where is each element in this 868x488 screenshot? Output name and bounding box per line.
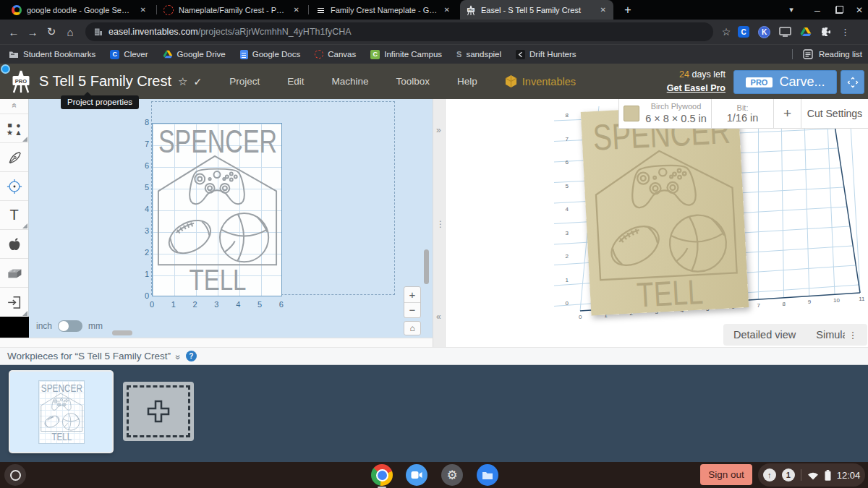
- import-tool[interactable]: [0, 288, 28, 317]
- expand-right-icon[interactable]: »: [436, 125, 441, 135]
- battery-icon: [825, 470, 831, 481]
- reading-list-button[interactable]: Reading list: [819, 50, 862, 59]
- unit-toggle[interactable]: [58, 320, 82, 332]
- workpiece-thumbnail-selected[interactable]: [10, 372, 112, 452]
- trial-status: 24 days left Get Easel Pro: [667, 64, 726, 99]
- bit-section[interactable]: Bit: 1/16 in: [712, 99, 774, 128]
- video-camera-icon: [411, 471, 422, 479]
- bookmark-clever[interactable]: C Clever: [110, 50, 148, 59]
- zoom-in-button[interactable]: +: [404, 287, 420, 303]
- material-section[interactable]: Birch Plywood6 × 8 × 0.5 in: [619, 99, 712, 128]
- shapes-tool[interactable]: ■●★▲: [0, 114, 28, 143]
- add-workpiece-button[interactable]: [123, 382, 194, 441]
- close-window-button[interactable]: ✕: [851, 0, 868, 20]
- new-tab-button[interactable]: +: [619, 1, 637, 19]
- bookmark-infinite-campus[interactable]: C Infinite Campus: [370, 50, 442, 59]
- google-drive-icon[interactable]: [800, 27, 812, 37]
- settings-app-icon[interactable]: ⚙: [441, 464, 463, 486]
- files-app-icon[interactable]: [477, 464, 498, 486]
- help-icon[interactable]: ?: [186, 351, 197, 361]
- preview-x-tick: 11: [859, 296, 864, 302]
- get-easel-pro-link[interactable]: Get Easel Pro: [667, 82, 726, 95]
- bookmark-drift-hunters[interactable]: Drift Hunters: [516, 50, 576, 59]
- forward-button[interactable]: →: [23, 26, 42, 38]
- tab-google-doodle[interactable]: google doodle - Google Search ✕: [6, 0, 153, 20]
- origin-tool[interactable]: [0, 172, 28, 201]
- zoom-home-button[interactable]: ⌂: [404, 321, 421, 335]
- launcher-button[interactable]: [4, 464, 26, 486]
- favorite-star-icon[interactable]: ☆: [178, 75, 187, 88]
- workpieces-area: [0, 365, 868, 462]
- add-bit-button[interactable]: +: [774, 99, 801, 128]
- design-canvas[interactable]: Project properties 876543210 0123456 + −…: [29, 99, 433, 338]
- bookmark-google-drive[interactable]: Google Drive: [163, 50, 226, 59]
- tab-search-chevron-icon[interactable]: ▾: [783, 0, 800, 20]
- kami-extension-icon[interactable]: K: [758, 26, 770, 38]
- collapse-toolbar-button[interactable]: »: [0, 99, 28, 114]
- mm-label: mm: [88, 321, 103, 331]
- canvas-vertical-scrollbar[interactable]: [424, 249, 429, 284]
- bookmark-star-icon[interactable]: ☆: [718, 26, 735, 38]
- sign-out-button[interactable]: Sign out: [700, 464, 752, 485]
- tab-close-icon[interactable]: ✕: [139, 6, 148, 14]
- project-title[interactable]: S Tell 5 Family Crest: [39, 73, 171, 90]
- tab-nameplate-project[interactable]: Nameplate/Family Crest - Proje ✕: [158, 0, 307, 20]
- extensions-puzzle-icon[interactable]: [820, 26, 832, 38]
- menu-machine[interactable]: Machine: [332, 76, 369, 87]
- zoom-out-button[interactable]: −: [404, 303, 420, 318]
- preview-y-tick: 8: [558, 112, 569, 119]
- apple-icon: [7, 236, 22, 252]
- tab-easel-active[interactable]: Easel - S Tell 5 Family Crest ✕: [460, 0, 613, 20]
- sandspiel-icon: S: [456, 50, 461, 59]
- menu-edit[interactable]: Edit: [287, 76, 304, 87]
- jog-machine-button[interactable]: [841, 70, 864, 94]
- material-blocks-tool[interactable]: [0, 259, 28, 288]
- tab-title: Nameplate/Family Crest - Proje: [179, 6, 287, 14]
- detailed-view-button[interactable]: Detailed view: [723, 329, 806, 341]
- crest-design[interactable]: [153, 124, 281, 296]
- text-tool[interactable]: T: [0, 201, 28, 230]
- inventables-brand[interactable]: Inventables: [505, 74, 576, 88]
- bookmark-sandspiel[interactable]: S sandspiel: [456, 50, 501, 59]
- cast-screen-icon[interactable]: [779, 27, 791, 37]
- preview-menu-button[interactable]: ⋮: [845, 325, 861, 344]
- tab-family-crest-doc[interactable]: Family Crest Nameplate - Googl ✕: [310, 0, 457, 20]
- preview-y-tick: 4: [558, 206, 569, 213]
- zoom-app-icon[interactable]: [406, 464, 427, 486]
- inventables-hexagon-icon: [505, 74, 517, 88]
- cut-settings-button[interactable]: Cut Settings: [801, 99, 868, 128]
- divider-handle-icon[interactable]: ⋮: [436, 219, 445, 229]
- bookmark-canvas[interactable]: Canvas: [315, 50, 356, 59]
- pen-tool[interactable]: [0, 143, 28, 172]
- bookmark-google-docs[interactable]: Google Docs: [240, 50, 300, 59]
- back-button[interactable]: ←: [4, 26, 23, 38]
- workpiece-surface[interactable]: [152, 123, 282, 296]
- menu-help[interactable]: Help: [457, 76, 477, 87]
- collapse-left-icon[interactable]: «: [436, 312, 441, 322]
- preview-3d-view[interactable]: 01234567891011 876543210: [446, 99, 868, 347]
- apps-tool[interactable]: [0, 230, 28, 259]
- reload-button[interactable]: ↻: [42, 25, 61, 38]
- tab-close-icon[interactable]: ✕: [292, 6, 301, 14]
- url-host: easel.inventables.com: [109, 27, 198, 37]
- chevron-down-double-icon[interactable]: »: [173, 354, 183, 358]
- tab-close-icon[interactable]: ✕: [599, 6, 608, 14]
- browser-menu-icon[interactable]: ⋮: [841, 27, 850, 38]
- carve-button[interactable]: PRO Carve...: [733, 70, 837, 94]
- home-button[interactable]: ⌂: [61, 26, 80, 38]
- minimize-button[interactable]: –: [809, 0, 826, 20]
- address-bar[interactable]: easel.inventables.com/projects/aRjrWcmhh…: [85, 22, 713, 41]
- menu-project[interactable]: Project: [229, 76, 260, 87]
- tab-close-icon[interactable]: ✕: [443, 6, 451, 14]
- menu-toolbox[interactable]: Toolbox: [396, 76, 430, 87]
- clever-extension-icon[interactable]: C: [738, 26, 749, 38]
- y-tick-label: 4: [139, 205, 149, 213]
- restore-button[interactable]: [830, 0, 848, 20]
- preview-y-tick: 0: [558, 300, 569, 307]
- chrome-app-icon[interactable]: [371, 464, 393, 486]
- status-tray[interactable]: ↑ 1 12:04: [758, 463, 865, 487]
- bookmark-student-bookmarks[interactable]: Student Bookmarks: [9, 50, 95, 59]
- easel-pro-logo[interactable]: [10, 69, 32, 94]
- preview-x-tick: 9: [808, 299, 811, 305]
- panel-drag-handle[interactable]: [112, 330, 132, 335]
